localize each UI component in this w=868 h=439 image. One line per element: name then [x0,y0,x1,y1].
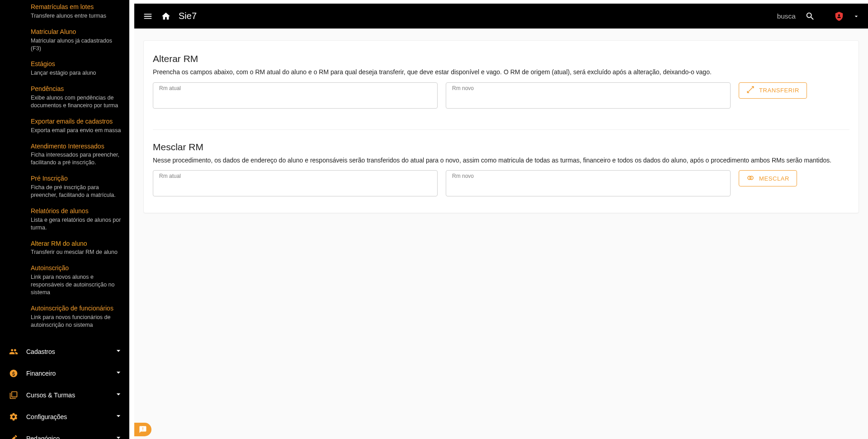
divider [153,129,849,130]
topbar: Sie7 busca [134,4,868,29]
sidebar-items: Rematrículas em lotes Transfere alunos e… [0,0,129,335]
chevron-down-icon [114,411,123,422]
sidebar-scroll[interactable]: Rematrículas em lotes Transfere alunos e… [0,0,129,439]
button-label: MESCLAR [759,175,789,182]
sidebar-item-sub: Matricular alunos já cadastrados (F3) [31,37,121,52]
field-rm-novo: Rm novo [446,82,731,109]
sidebar-item-preinscricao[interactable]: Pré Inscrição Ficha de pré inscrição par… [31,173,129,205]
section-title: Alterar RM [153,53,849,64]
rm-atual-input[interactable] [153,170,438,196]
section-title: Mesclar RM [153,142,849,153]
sidebar-item-matricular[interactable]: Matricular Aluno Matricular alunos já ca… [31,26,129,59]
sidebar-item-title: Relatórios de alunos [31,207,121,215]
sidebar-section-config[interactable]: Configurações [0,406,129,428]
sidebar-item-autoinscricao[interactable]: Autoinscrição Link para novos alunos e r… [31,262,129,303]
chevron-down-icon [114,346,123,357]
sidebar-section-pedagogico[interactable]: Pedagógico [0,428,129,439]
mesclar-button[interactable]: MESCLAR [739,170,797,186]
section-label: Cadastros [26,348,114,355]
account-menu-button[interactable] [852,8,861,24]
edit-icon [9,434,26,439]
sidebar-item-exportar[interactable]: Exportar emails de cadastros Exporta ema… [31,116,129,141]
sidebar-item-autoinscricao-func[interactable]: Autoinscrição de funcionários Link para … [31,303,129,335]
sidebar-item-sub: Lançar estágio para aluno [31,69,121,77]
sidebar-item-pendencias[interactable]: Pendências Exibe alunos com pendências d… [31,83,129,116]
sidebar-item-sub: Transfere alunos entre turmas [31,12,121,20]
section-label: Financeiro [26,370,114,377]
section-alterar-rm: Alterar RM Preencha os campos abaixo, co… [153,53,849,109]
sidebar-item-title: Pré Inscrição [31,174,121,183]
rm-atual-input[interactable] [153,82,438,109]
sidebar-item-sub: Ficha de pré inscrição para preencher, f… [31,184,121,199]
transfer-icon [746,86,755,95]
transferir-button[interactable]: TRANSFERIR [739,82,807,99]
rm-novo-input[interactable] [446,82,731,109]
sidebar-item-sub: Transferir ou mesclar RM de aluno [31,248,121,256]
svg-point-0 [838,14,840,16]
sidebar-item-rematriculas[interactable]: Rematrículas em lotes Transfere alunos e… [31,1,129,26]
sidebar-item-title: Estágios [31,60,121,68]
feedback-icon [139,425,147,434]
gear-icon [9,412,26,421]
sidebar-sections: Cadastros Financeiro Cursos & Turmas [0,335,129,439]
sidebar-section-financeiro[interactable]: Financeiro [0,363,129,384]
menu-button[interactable] [140,8,156,24]
sidebar-item-title: Autoinscrição de funcionários [31,304,121,313]
section-desc: Preencha os campos abaixo, com o RM atua… [153,68,849,77]
field-rm-novo: Rm novo [446,170,731,196]
book-icon [9,391,26,400]
section-label: Cursos & Turmas [26,391,114,399]
chevron-down-icon [114,433,123,439]
sidebar-item-title: Pendências [31,85,121,93]
sidebar-item-sub: Exporta email para envio em massa [31,127,121,134]
section-label: Pedagógico [26,435,114,439]
section-mesclar-rm: Mesclar RM Nesse procedimento, os dados … [153,142,849,197]
search-button[interactable] [802,8,818,24]
field-rm-atual: Rm atual [153,170,438,196]
shield-icon[interactable] [831,8,847,24]
sidebar-item-sub: Exibe alunos com pendências de documento… [31,94,121,110]
sidebar-item-sub: Link para novos funcionários de autoinsc… [31,314,121,329]
sidebar-item-title: Matricular Aluno [31,28,121,36]
chevron-down-icon [114,390,123,401]
sidebar-item-alterar-rm[interactable]: Alterar RM do aluno Transferir ou mescla… [31,238,129,263]
sidebar-item-title: Atendimento Interessados [31,142,121,151]
sidebar-item-estagios[interactable]: Estágios Lançar estágio para aluno [31,58,129,83]
sidebar-item-title: Alterar RM do aluno [31,239,121,248]
sidebar-section-cadastros[interactable]: Cadastros [0,341,129,363]
rm-novo-input[interactable] [446,170,731,196]
feedback-button[interactable] [134,423,151,436]
button-label: TRANSFERIR [759,87,799,94]
merge-icon [746,174,755,183]
sidebar-item-sub: Ficha interessados para preencher, facil… [31,151,121,167]
sidebar-item-title: Autoinscrição [31,264,121,272]
row: Rm atual Rm novo TRANSFERIR [153,82,849,109]
sidebar-item-title: Rematrículas em lotes [31,3,121,11]
sidebar-item-relatorios[interactable]: Relatórios de alunos Lista e gera relató… [31,205,129,238]
sidebar: Rematrículas em lotes Transfere alunos e… [0,0,129,439]
section-label: Configurações [26,413,114,420]
row: Rm atual Rm novo MESCLAR [153,170,849,196]
card: Alterar RM Preencha os campos abaixo, co… [143,40,859,213]
chevron-down-icon [114,368,123,379]
sidebar-item-title: Exportar emails de cadastros [31,117,121,126]
sidebar-item-sub: Link para novos alunos e responsáveis de… [31,273,121,296]
people-icon [9,347,26,356]
field-rm-atual: Rm atual [153,82,438,109]
main: Alterar RM Preencha os campos abaixo, co… [134,29,868,439]
sidebar-section-cursos[interactable]: Cursos & Turmas [0,384,129,406]
app-title: Sie7 [179,11,197,21]
home-button[interactable] [158,8,174,24]
section-desc: Nesse procedimento, os dados de endereço… [153,156,849,165]
sidebar-item-atendimento[interactable]: Atendimento Interessados Ficha interessa… [31,141,129,173]
sidebar-item-sub: Lista e gera relatórios de alunos por tu… [31,216,121,232]
search-placeholder[interactable]: busca [777,12,796,20]
dollar-icon [9,369,26,378]
